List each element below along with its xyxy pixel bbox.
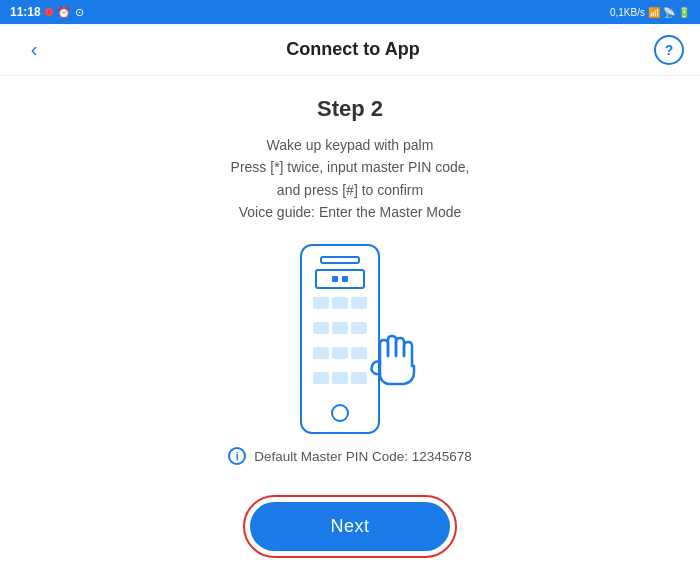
keypad-key [332,297,348,309]
pin-code-text: Default Master PIN Code: 12345678 [254,449,472,464]
display-dot-1 [332,276,338,282]
step-description: Wake up keypad with palm Press [*] twice… [231,134,470,224]
step-line-4: Voice guide: Enter the Master Mode [239,204,462,220]
keypad-key [313,347,329,359]
keypad-top-bar [320,256,360,264]
info-icon: i [228,447,246,465]
keypad-key [332,372,348,384]
record-icon: ⊙ [75,6,84,19]
step-line-3: and press [#] to confirm [277,182,423,198]
keypad-key [313,297,329,309]
back-arrow-icon: ‹ [31,38,38,61]
keypad-circle-button [331,404,349,422]
next-button[interactable]: Next [250,502,450,551]
clock-icon: ⏰ [57,6,71,19]
wifi-icon: 📡 [663,7,675,18]
button-border-highlight: Next [243,495,457,558]
main-content: Step 2 Wake up keypad with palm Press [*… [0,76,700,583]
notification-dot [45,8,53,16]
status-left: 11:18 ⏰ ⊙ [10,5,84,19]
hand-gesture-icon [360,324,430,394]
step-line-1: Wake up keypad with palm [267,137,434,153]
status-time: 11:18 [10,5,41,19]
keypad-key [313,372,329,384]
keypad-illustration [270,244,430,427]
keypad-key [332,347,348,359]
keypad-key [332,322,348,334]
display-dot-2 [342,276,348,282]
keypad-top-section [308,256,372,289]
back-button[interactable]: ‹ [16,32,52,68]
step-line-2: Press [*] twice, input master PIN code, [231,159,470,175]
keypad-key [351,297,367,309]
step-title: Step 2 [317,96,383,122]
network-speed: 0,1KB/s [610,7,645,18]
status-bar: 11:18 ⏰ ⊙ 0,1KB/s 📶 📡 🔋 [0,0,700,24]
pin-info: i Default Master PIN Code: 12345678 [228,447,472,465]
status-icons: 0,1KB/s 📶 📡 🔋 [610,7,690,18]
help-icon: ? [665,42,674,58]
nav-bar: ‹ Connect to App ? [0,24,700,76]
battery-icon: 🔋 [678,7,690,18]
signal-icon: 📶 [648,7,660,18]
help-button[interactable]: ? [654,35,684,65]
button-area: Next [30,485,670,563]
keypad-key [313,322,329,334]
keypad-display [315,269,365,289]
page-title: Connect to App [52,39,654,60]
keypad-grid [313,297,367,394]
